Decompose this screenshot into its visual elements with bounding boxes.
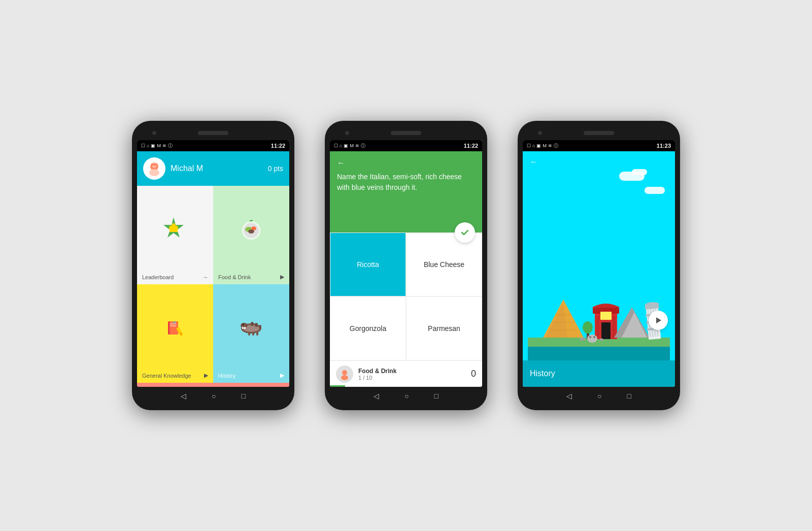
svg-point-7: [172, 223, 176, 225]
leaderboard-cell[interactable]: Leaderboard →: [137, 186, 213, 284]
history-label: History: [218, 373, 235, 379]
general-label: General Knowledge: [142, 373, 191, 379]
svg-rect-49: [613, 316, 616, 339]
history-label-row: History ▶: [213, 372, 289, 379]
history-footer: History: [523, 360, 675, 387]
phone-2-speaker: [391, 131, 421, 135]
phone-1-status-bar: ☐ ⌂ ▣ M ≋ ⓛ 11:22: [137, 140, 289, 151]
p2-back-button[interactable]: ←: [337, 158, 475, 168]
food-arrow: ▶: [280, 274, 284, 280]
footer-category: Food & Drink: [358, 368, 466, 375]
phone-2-nav-bar: ◁ ○ □: [330, 387, 482, 405]
phone-1-camera: [152, 131, 156, 135]
svg-point-66: [580, 338, 586, 341]
history-cell[interactable]: History ▶: [213, 284, 289, 383]
phone-3-nav-bar: ◁ ○ □: [523, 387, 675, 405]
phone-1-speaker: [198, 131, 228, 135]
phone-3-screen: ☐ ⌂ ▣ M ≋ ⓛ 11:23 ←: [523, 140, 675, 387]
svg-point-65: [593, 336, 595, 338]
p3-home-nav[interactable]: ○: [597, 392, 601, 400]
p2-status-icon-1: ☐: [334, 143, 338, 148]
leaderboard-arrow: →: [202, 274, 208, 280]
p3-status-icon-4: M: [543, 143, 547, 148]
phone-2-screen: ☐ ⌂ ▣ M ≋ ⓛ 11:22 ← Name the Italian, se…: [330, 140, 482, 387]
p2-status-icon-3: ▣: [344, 143, 348, 148]
p2-status-icon-2: ⌂: [340, 143, 342, 148]
p2-status-icon-6: ⓛ: [361, 143, 365, 149]
p3-back-button[interactable]: ←: [523, 151, 675, 173]
svg-rect-33: [256, 331, 258, 336]
phone-1-top-bar: [137, 126, 289, 140]
svg-point-2: [149, 169, 159, 176]
phone-1-bottom-accent: [137, 383, 289, 387]
phone-1: ☐ ⌂ ▣ M ≋ ⓛ 11:22: [132, 121, 294, 410]
phone-1-screen: ☐ ⌂ ▣ M ≋ ⓛ 11:22: [137, 140, 289, 387]
phone-3-time: 11:23: [657, 143, 671, 149]
phone-2-time: 11:22: [464, 143, 478, 149]
history-illustration: [523, 173, 675, 360]
play-button[interactable]: [649, 311, 668, 330]
p3-status-left: ☐ ⌂ ▣ M ≋ ⓛ: [527, 143, 558, 149]
svg-point-44: [583, 321, 593, 334]
phone-2: ☐ ⌂ ▣ M ≋ ⓛ 11:22 ← Name the Italian, se…: [325, 121, 487, 410]
check-bubble[interactable]: [455, 222, 475, 243]
points: 0 pts: [268, 164, 283, 173]
svg-rect-25: [242, 327, 244, 329]
svg-rect-17: [170, 323, 176, 324]
p3-back-nav[interactable]: ◁: [566, 392, 572, 400]
phone-3-top-bar: [523, 126, 675, 140]
status-icon-3: ▣: [151, 143, 155, 148]
status-icon-6: ⓛ: [168, 143, 173, 149]
p3-recent-nav[interactable]: □: [627, 392, 631, 400]
status-icon-1: ☐: [141, 143, 145, 148]
svg-rect-50: [600, 312, 612, 320]
answer-ricotta[interactable]: Ricotta: [330, 233, 406, 296]
category-grid: Leaderboard →: [137, 186, 289, 383]
leaderboard-label: Leaderboard: [142, 274, 174, 280]
status-icon-5: ≋: [162, 143, 166, 148]
score: 0: [471, 369, 476, 379]
p2-status-left: ☐ ⌂ ▣ M ≋ ⓛ: [334, 143, 365, 149]
phone-3-status-bar: ☐ ⌂ ▣ M ≋ ⓛ 11:23: [523, 140, 675, 151]
question-text: Name the Italian, semi-soft, rich cheese…: [337, 172, 475, 193]
svg-rect-3: [152, 163, 157, 166]
phone-2-status-bar: ☐ ⌂ ▣ M ≋ ⓛ 11:22: [330, 140, 482, 151]
p2-status-icon-4: M: [350, 143, 354, 148]
book-pencil-icon: [162, 314, 188, 343]
answer-blue-cheese[interactable]: Blue Cheese: [406, 233, 482, 296]
phone-2-top-bar: [330, 126, 482, 140]
phone-1-nav-bar: ◁ ○ □: [137, 387, 289, 405]
phone-3: ☐ ⌂ ▣ M ≋ ⓛ 11:23 ←: [518, 121, 680, 410]
home-button[interactable]: ○: [212, 392, 216, 400]
svg-point-67: [599, 339, 603, 341]
svg-marker-68: [656, 317, 661, 323]
question-area: ← Name the Italian, semi-soft, rich chee…: [330, 151, 482, 233]
food-drink-cell[interactable]: Food & Drink ▶: [213, 186, 289, 284]
svg-rect-26: [244, 327, 246, 329]
dino-icon: [237, 317, 265, 340]
phone-3-speaker: [584, 131, 614, 135]
footer-info: Food & Drink 1 / 10: [358, 368, 466, 381]
svg-point-24: [241, 323, 248, 328]
leaderboard-label-row: Leaderboard →: [137, 274, 213, 280]
avatar: [143, 157, 165, 180]
back-button[interactable]: ◁: [181, 392, 186, 400]
answers-grid: Ricotta Blue Cheese Gorgonzola Parmesan: [330, 233, 482, 360]
svg-point-28: [251, 322, 254, 326]
username: Michal M: [171, 164, 263, 173]
svg-point-30: [259, 325, 261, 328]
answer-parmesan[interactable]: Parmesan: [406, 296, 482, 360]
p3-category-label: History: [530, 369, 555, 378]
svg-point-64: [589, 336, 591, 338]
svg-rect-18: [170, 325, 176, 326]
p2-home-nav[interactable]: ○: [404, 392, 409, 400]
p2-back-nav[interactable]: ◁: [374, 392, 379, 400]
answer-gorgonzola[interactable]: Gorgonzola: [330, 296, 406, 360]
general-knowledge-cell[interactable]: General Knowledge ▶: [137, 284, 213, 383]
general-label-row: General Knowledge ▶: [137, 372, 213, 379]
p3-status-icon-1: ☐: [527, 143, 531, 148]
recent-button[interactable]: □: [242, 392, 246, 400]
p2-recent-nav[interactable]: □: [434, 392, 438, 400]
trophy-icon: [160, 215, 190, 246]
svg-rect-48: [596, 316, 599, 339]
